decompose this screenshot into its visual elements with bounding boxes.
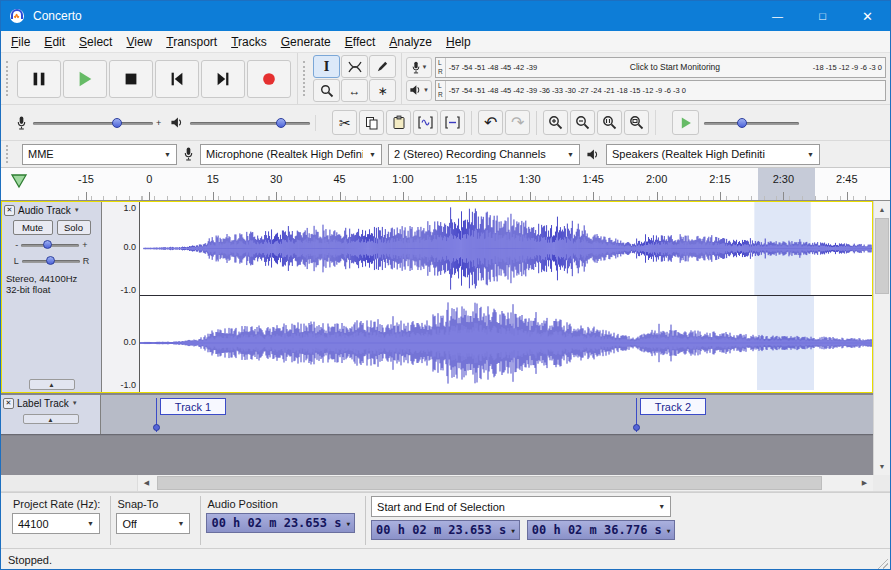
playback-meter[interactable]: L R -57 -54 -51 -48 -45 -42 -39 -36 -33 … [435,80,886,101]
menu-tracks[interactable]: Tracks [224,32,274,52]
scroll-right-icon[interactable]: ▶ [856,475,873,491]
horizontal-scroll-thumb[interactable] [157,476,822,490]
selection-mode-combo[interactable]: Start and End of Selection ▼ [371,496,671,517]
recording-meter-button[interactable]: ▼ [406,57,432,78]
play-button[interactable] [63,60,107,98]
pan-slider[interactable] [22,255,80,267]
vertical-scroll-thumb[interactable] [875,218,889,294]
label-text[interactable]: Track 2 [640,398,706,415]
scroll-left-icon[interactable]: ◀ [138,475,155,491]
minimize-button[interactable]: — [755,1,800,31]
audio-host-combo[interactable]: MME ▼ [22,144,177,165]
label-marker[interactable]: Track 1 [156,398,236,432]
label-marker[interactable]: Track 2 [636,398,716,432]
paste-button[interactable] [386,110,411,135]
slider-track[interactable] [190,122,310,125]
selection-tool-button[interactable]: I [313,55,340,78]
zoom-fit-button[interactable] [624,110,649,135]
close-button[interactable]: ✕ [845,1,890,31]
pause-button[interactable] [17,60,61,98]
recording-device-combo[interactable]: Microphone (Realtek High Defini ▼ [200,144,382,165]
close-track-icon[interactable]: ✕ [3,398,14,409]
scroll-down-icon[interactable]: ▼ [874,458,890,475]
timeshift-tool-button[interactable]: ↔ [341,79,368,102]
timeline-pin-icon[interactable] [10,174,28,188]
menu-file[interactable]: File [4,32,37,52]
scroll-up-icon[interactable]: ▲ [874,201,890,218]
gain-slider[interactable] [21,239,79,251]
spin-arrow-icon[interactable]: ▼ [667,527,671,534]
mute-button[interactable]: Mute [13,220,53,235]
slider-thumb[interactable] [46,256,55,265]
skip-to-start-button[interactable] [155,60,199,98]
menu-select[interactable]: Select [72,32,119,52]
collapse-track-button[interactable]: ▲ [23,414,79,424]
undo-button[interactable]: ↶ [478,110,503,135]
project-rate-combo[interactable]: 44100 ▼ [12,513,100,534]
menu-edit[interactable]: Edit [37,32,72,52]
label-track-title[interactable]: Label Track ▼ [17,398,98,409]
menu-analyze[interactable]: Analyze [382,32,439,52]
multi-tool-button[interactable]: ∗ [369,79,396,102]
audio-track-title[interactable]: Audio Track ▼ [18,205,99,216]
menu-generate[interactable]: Generate [274,32,338,52]
label-text[interactable]: Track 1 [160,398,226,415]
resize-grip[interactable] [876,557,888,569]
monitoring-hint[interactable]: Click to Start Monitoring [626,62,724,72]
slider-thumb[interactable] [737,118,747,128]
playback-volume-slider[interactable] [190,116,310,130]
cut-button[interactable]: ✂ [332,110,357,135]
timeline-ruler[interactable]: -1501530451:001:151:301:452:002:152:302:… [1,168,890,201]
close-track-icon[interactable]: ✕ [4,205,15,216]
waveform-left-channel[interactable] [140,202,872,296]
slider-thumb[interactable] [276,118,286,128]
slider-track[interactable] [33,122,153,125]
recording-volume-slider[interactable] [33,116,153,130]
playback-device-combo[interactable]: Speakers (Realtek High Definiti ▼ [606,144,820,165]
waveform-right-channel[interactable] [140,296,872,390]
zoom-selection-button[interactable] [597,110,622,135]
slider-thumb[interactable] [112,118,122,128]
menu-view[interactable]: View [119,32,159,52]
zoom-out-button[interactable] [570,110,595,135]
audio-position-field[interactable]: 00 h 02 m 23.653 s ▼ [206,513,355,533]
toolbar-grip[interactable] [6,61,11,97]
play-at-speed-button[interactable] [672,110,699,135]
spin-arrow-icon[interactable]: ▼ [511,527,515,534]
vertical-scrollbar[interactable]: ▲ ▼ [873,201,890,475]
slider-thumb[interactable] [43,240,52,249]
redo-button[interactable]: ↷ [505,110,530,135]
silence-audio-button[interactable] [440,110,465,135]
collapse-track-button[interactable]: ▲ [29,379,75,390]
solo-button[interactable]: Solo [57,220,91,235]
label-handle-icon[interactable] [633,424,640,431]
copy-button[interactable] [359,110,384,135]
envelope-tool-button[interactable] [341,55,368,78]
recording-channels-combo[interactable]: 2 (Stereo) Recording Channels ▼ [388,144,580,165]
label-handle-icon[interactable] [153,424,160,431]
toolbar-grip[interactable] [6,145,11,163]
horizontal-scrollbar[interactable] [155,475,856,491]
recording-meter[interactable]: L R -57 -54 -51 -48 -45 -42 -39 Click to… [435,57,886,78]
menu-help[interactable]: Help [439,32,478,52]
draw-tool-button[interactable] [369,55,396,78]
zoom-tool-button[interactable] [313,79,340,102]
toolbar-grip[interactable] [303,61,308,97]
trim-audio-button[interactable] [413,110,438,135]
snap-to-combo[interactable]: Off ▼ [116,513,190,534]
skip-to-end-button[interactable] [201,60,245,98]
menu-effect[interactable]: Effect [338,32,382,52]
record-button[interactable] [247,60,291,98]
vertical-ruler[interactable]: 1.0 0.0 -1.0 0.0 -1.0 [102,202,140,392]
label-lane[interactable]: Track 1 Track 2 [101,395,873,434]
playback-meter-button[interactable]: ▼ [406,80,432,101]
slider-track[interactable] [704,122,799,125]
stop-button[interactable] [109,60,153,98]
maximize-button[interactable]: □ [800,1,845,31]
spin-arrow-icon[interactable]: ▼ [346,520,350,527]
menu-transport[interactable]: Transport [159,32,224,52]
zoom-in-button[interactable] [543,110,568,135]
selection-start-field[interactable]: 00 h 02 m 23.653 s ▼ [371,520,520,540]
title-bar[interactable]: Concerto — □ ✕ [1,1,890,31]
waveform-view[interactable] [140,202,872,392]
